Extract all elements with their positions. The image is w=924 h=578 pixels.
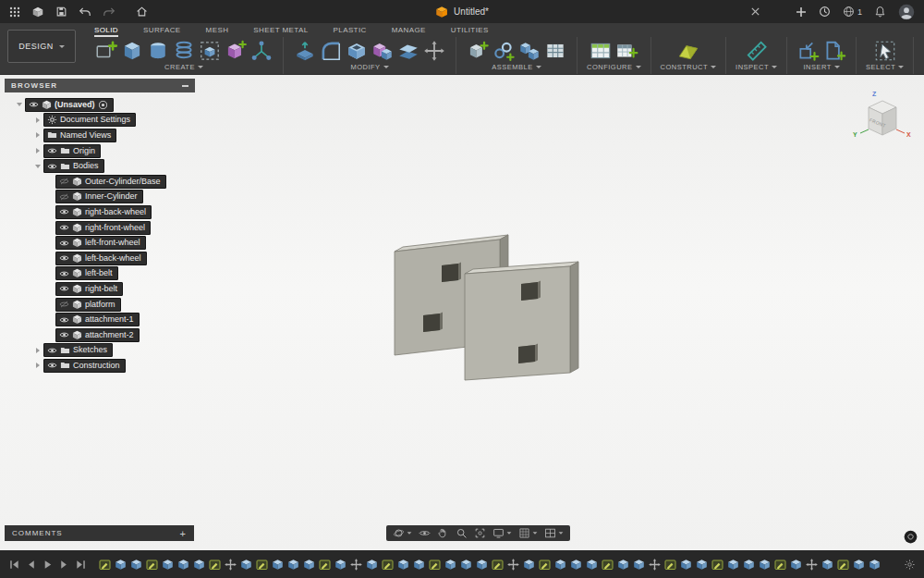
ribbon-group-label-assemble[interactable]: ASSEMBLE: [492, 63, 541, 71]
timeline-feature-extrude[interactable]: [366, 559, 378, 571]
timeline-feature-extrude[interactable]: [743, 559, 755, 571]
browser-node-origin[interactable]: Origin: [43, 144, 101, 158]
ribbon-group-label-inspect[interactable]: INSPECT: [736, 63, 777, 71]
browser-node-attachment-1[interactable]: attachment-1: [55, 313, 140, 326]
move-icon[interactable]: [422, 39, 446, 63]
timeline-feature-extrude[interactable]: [727, 559, 739, 571]
timeline-feature-extrude[interactable]: [523, 559, 535, 571]
eye-icon[interactable]: [47, 162, 57, 171]
view-tool-look-at[interactable]: [419, 527, 431, 539]
presence-indicator[interactable]: 1: [843, 6, 862, 18]
timeline-feature-sketch[interactable]: [209, 559, 221, 571]
history-icon[interactable]: [819, 6, 831, 18]
eye-hidden-icon[interactable]: [59, 300, 69, 309]
insert-derive-icon[interactable]: [796, 39, 821, 63]
browser-node-platform[interactable]: platform: [55, 298, 121, 312]
browser-node-unsaved[interactable]: (Unsaved): [25, 98, 114, 112]
timeline-feature-extrude[interactable]: [696, 559, 708, 571]
eye-hidden-icon[interactable]: [59, 192, 69, 202]
tab-manage[interactable]: MANAGE: [392, 23, 426, 37]
timeline-feature-move[interactable]: [806, 559, 818, 571]
timeline-feature-extrude[interactable]: [444, 559, 456, 571]
tree-caret-down-icon[interactable]: [14, 103, 25, 106]
timeline-feature-extrude[interactable]: [287, 559, 299, 571]
tab-solid[interactable]: SOLID: [94, 23, 118, 37]
skip-end-icon[interactable]: [74, 559, 88, 571]
tree-caret-right-icon[interactable]: [32, 363, 43, 368]
workspace-switcher[interactable]: DESIGN: [7, 30, 76, 63]
configuration-insert-icon[interactable]: [614, 39, 638, 63]
shell-icon[interactable]: [345, 39, 369, 63]
tab-plastic[interactable]: PLASTIC: [334, 23, 367, 37]
document-tab[interactable]: Untitled*: [435, 6, 489, 18]
view-tool-fit-view[interactable]: [474, 527, 486, 539]
new-component-icon[interactable]: [466, 39, 490, 63]
tab-close-icon[interactable]: [750, 6, 760, 17]
browser-node-named-views[interactable]: Named Views: [43, 129, 116, 142]
timeline-feature-sketch[interactable]: [99, 559, 111, 571]
form-icon[interactable]: [224, 39, 248, 63]
browser-node-document-settings[interactable]: Document Settings: [43, 113, 136, 127]
press-pull-icon[interactable]: [293, 39, 317, 63]
eye-icon[interactable]: [59, 207, 69, 216]
revolve-icon[interactable]: [146, 39, 170, 63]
timeline-feature-extrude[interactable]: [759, 559, 771, 571]
play-icon[interactable]: [41, 559, 55, 571]
browser-node-left-front-wheel[interactable]: left-front-wheel: [55, 236, 146, 250]
eye-hidden-icon[interactable]: [59, 177, 69, 186]
browser-node-bodies[interactable]: Bodies: [43, 159, 104, 173]
timeline-feature-extrude[interactable]: [680, 559, 692, 571]
timeline-feature-extrude[interactable]: [586, 559, 598, 571]
tab-mesh[interactable]: MESH: [206, 23, 229, 37]
primitives-icon[interactable]: [198, 39, 222, 63]
timeline-feature-extrude[interactable]: [554, 559, 566, 571]
timeline-feature-sketch[interactable]: [664, 559, 676, 571]
ribbon-group-label-modify[interactable]: MODIFY: [350, 63, 388, 71]
timeline-feature-sketch[interactable]: [539, 559, 551, 571]
timeline-feature-extrude[interactable]: [115, 559, 127, 571]
timeline-feature-move[interactable]: [649, 559, 661, 571]
eye-icon[interactable]: [47, 361, 57, 370]
ribbon-group-label-select[interactable]: SELECT: [866, 63, 904, 71]
save-icon[interactable]: [55, 6, 67, 18]
ribbon-group-label-insert[interactable]: INSERT: [803, 63, 839, 71]
timeline-feature-extrude[interactable]: [853, 559, 865, 571]
timeline-feature-extrude[interactable]: [821, 559, 833, 571]
browser-node-left-belt[interactable]: left-belt: [55, 266, 118, 280]
browser-node-sketches[interactable]: Sketches: [43, 343, 113, 357]
extrude-icon[interactable]: [120, 39, 144, 63]
timeline-feature-extrude[interactable]: [162, 559, 174, 571]
timeline-feature-sketch[interactable]: [774, 559, 786, 571]
target-icon[interactable]: [98, 100, 108, 110]
construct-plane-icon[interactable]: [676, 39, 700, 63]
select-cursor-icon[interactable]: [873, 39, 897, 63]
measure-icon[interactable]: [745, 39, 769, 63]
tab-surface[interactable]: SURFACE: [143, 23, 181, 37]
timeline-feature-extrude[interactable]: [303, 559, 315, 571]
timeline-feature-sketch[interactable]: [602, 559, 614, 571]
timeline-feature-extrude[interactable]: [272, 559, 284, 571]
timeline-feature-extrude[interactable]: [193, 559, 205, 571]
assistant-badge-icon[interactable]: [904, 530, 918, 544]
contact-sets-icon[interactable]: [543, 39, 567, 63]
browser-node-outer-cylinder-base[interactable]: Outer-Cylinder/Base: [55, 175, 166, 189]
timeline-feature-sketch[interactable]: [492, 559, 504, 571]
browser-node-right-back-wheel[interactable]: right-back-wheel: [55, 205, 152, 219]
timeline-feature-extrude[interactable]: [334, 559, 346, 571]
tree-caret-down-icon[interactable]: [32, 165, 43, 168]
pattern-icon[interactable]: [249, 39, 274, 63]
timeline-feature-extrude[interactable]: [240, 559, 252, 571]
home-icon[interactable]: [136, 6, 148, 18]
timeline-feature-extrude[interactable]: [130, 559, 142, 571]
timeline-feature-extrude[interactable]: [617, 559, 629, 571]
timeline-feature-extrude[interactable]: [633, 559, 645, 571]
configure-table-icon[interactable]: [589, 39, 613, 63]
offset-face-icon[interactable]: [396, 39, 420, 63]
combine-icon[interactable]: [371, 39, 395, 63]
step-forward-icon[interactable]: [57, 559, 71, 571]
view-tool-zoom[interactable]: [456, 527, 468, 539]
browser-node-right-belt[interactable]: right-belt: [55, 282, 123, 296]
timeline-feature-move[interactable]: [225, 559, 237, 571]
eye-icon[interactable]: [59, 315, 69, 325]
eye-icon[interactable]: [47, 146, 57, 155]
